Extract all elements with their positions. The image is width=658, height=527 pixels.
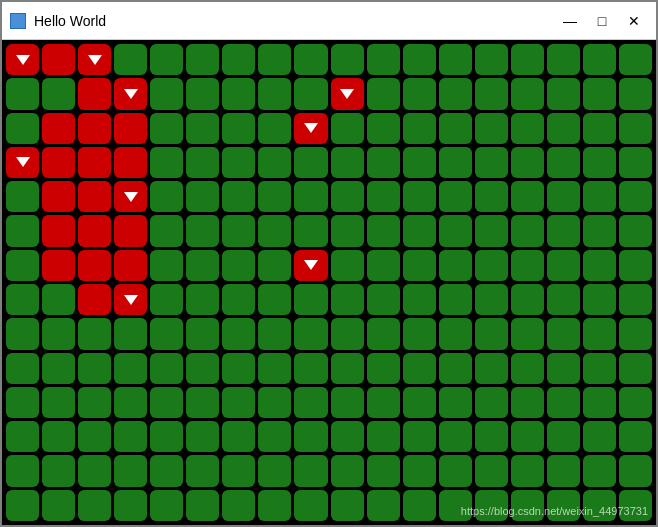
grid-cell bbox=[222, 215, 255, 246]
grid-cell bbox=[439, 250, 472, 281]
grid-cell bbox=[258, 353, 291, 384]
grid-cell bbox=[367, 250, 400, 281]
grid-cell bbox=[186, 44, 219, 75]
grid-cell bbox=[78, 284, 111, 315]
grid-cell bbox=[511, 181, 544, 212]
grid-cell bbox=[547, 490, 580, 521]
grid-cell bbox=[150, 353, 183, 384]
grid-cell bbox=[258, 113, 291, 144]
grid-cell bbox=[547, 387, 580, 418]
grid-cell bbox=[511, 147, 544, 178]
maximize-button[interactable]: □ bbox=[588, 9, 616, 33]
grid-cell bbox=[331, 318, 364, 349]
grid-cell bbox=[294, 215, 327, 246]
grid-cell bbox=[475, 284, 508, 315]
grid-cell bbox=[619, 181, 652, 212]
grid-cell bbox=[294, 181, 327, 212]
grid-cell bbox=[42, 147, 75, 178]
grid-cell bbox=[475, 250, 508, 281]
grid-cell bbox=[42, 78, 75, 109]
grid-cell bbox=[150, 215, 183, 246]
grid-cell bbox=[439, 318, 472, 349]
grid-cell bbox=[583, 353, 616, 384]
grid-cell bbox=[619, 250, 652, 281]
window-title: Hello World bbox=[34, 13, 556, 29]
grid-cell bbox=[294, 387, 327, 418]
grid-cell bbox=[619, 455, 652, 486]
grid-cell bbox=[114, 250, 147, 281]
grid-cell bbox=[475, 490, 508, 521]
close-button[interactable]: ✕ bbox=[620, 9, 648, 33]
grid-cell bbox=[6, 250, 39, 281]
grid-cell bbox=[403, 353, 436, 384]
grid-cell bbox=[42, 181, 75, 212]
grid-cell bbox=[439, 215, 472, 246]
grid-cell bbox=[186, 78, 219, 109]
grid-cell bbox=[439, 44, 472, 75]
grid-cell bbox=[547, 318, 580, 349]
grid-cell bbox=[547, 78, 580, 109]
grid-cell bbox=[619, 113, 652, 144]
grid-cell bbox=[331, 387, 364, 418]
grid-cell bbox=[475, 387, 508, 418]
grid-cell bbox=[78, 44, 111, 75]
grid-cell bbox=[619, 215, 652, 246]
grid-cell bbox=[42, 421, 75, 452]
grid-cell bbox=[619, 490, 652, 521]
grid-cell bbox=[331, 421, 364, 452]
grid-cell bbox=[258, 250, 291, 281]
grid-cell bbox=[114, 44, 147, 75]
grid-cell bbox=[331, 181, 364, 212]
grid-cell bbox=[619, 421, 652, 452]
grid-cell bbox=[583, 78, 616, 109]
grid-cell bbox=[42, 250, 75, 281]
grid-cell bbox=[475, 181, 508, 212]
grid-cell bbox=[619, 44, 652, 75]
app-icon bbox=[10, 13, 26, 29]
grid-cell bbox=[619, 147, 652, 178]
grid-cell bbox=[186, 455, 219, 486]
grid-cell bbox=[258, 387, 291, 418]
grid-cell bbox=[186, 181, 219, 212]
grid-cell bbox=[403, 455, 436, 486]
grid-cell bbox=[6, 421, 39, 452]
grid-cell bbox=[150, 455, 183, 486]
grid-cell bbox=[511, 455, 544, 486]
grid-cell bbox=[511, 421, 544, 452]
grid-cell bbox=[331, 215, 364, 246]
grid-cell bbox=[439, 490, 472, 521]
grid-cell bbox=[258, 284, 291, 315]
grid-cell bbox=[619, 318, 652, 349]
down-arrow-icon bbox=[304, 123, 318, 133]
grid-cell bbox=[547, 353, 580, 384]
grid-cell bbox=[475, 147, 508, 178]
grid-cell bbox=[150, 250, 183, 281]
grid-cell bbox=[114, 353, 147, 384]
grid-cell bbox=[114, 490, 147, 521]
grid-cell bbox=[6, 387, 39, 418]
grid-cell bbox=[511, 284, 544, 315]
down-arrow-icon bbox=[16, 55, 30, 65]
grid-cell bbox=[547, 421, 580, 452]
grid-cell bbox=[150, 113, 183, 144]
grid-cell bbox=[331, 78, 364, 109]
grid-cell bbox=[475, 353, 508, 384]
grid-cell bbox=[42, 455, 75, 486]
grid-cell bbox=[78, 318, 111, 349]
minimize-button[interactable]: — bbox=[556, 9, 584, 33]
grid-cell bbox=[42, 44, 75, 75]
grid-cell bbox=[367, 44, 400, 75]
grid-cell bbox=[150, 78, 183, 109]
grid-cell bbox=[114, 318, 147, 349]
grid-cell bbox=[403, 387, 436, 418]
grid-cell bbox=[150, 318, 183, 349]
grid-cell bbox=[42, 284, 75, 315]
grid-cell bbox=[475, 421, 508, 452]
grid-cell bbox=[367, 78, 400, 109]
grid-cell bbox=[114, 284, 147, 315]
grid-cell bbox=[114, 455, 147, 486]
grid-cell bbox=[294, 250, 327, 281]
grid-cell bbox=[403, 318, 436, 349]
grid-cell bbox=[78, 147, 111, 178]
grid-cell bbox=[222, 284, 255, 315]
